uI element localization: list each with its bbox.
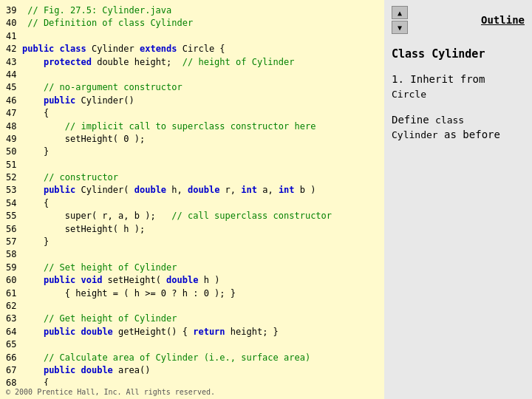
line-number: 45 (6, 81, 22, 94)
code-normal (22, 95, 44, 107)
line-number: 59 (6, 262, 22, 274)
code-comment: // height of Cylinder (183, 56, 295, 69)
code-line: 49 setHeight( 0 ); (6, 133, 378, 146)
code-line: 66 // Calculate area of Cylinder (i.e., … (6, 352, 378, 364)
code-normal: setHeight( (102, 274, 166, 287)
line-number: 48 (6, 120, 22, 133)
code-normal: a, (257, 184, 279, 197)
code-comment: // Definition of class Cylinder (22, 17, 193, 30)
code-normal: } (22, 236, 49, 248)
line-number: 53 (6, 184, 22, 197)
line-number: 56 (6, 223, 22, 236)
outline-item2-suffix: as before (438, 129, 500, 140)
code-line: 64 public double getHeight() { return he… (6, 326, 378, 338)
footer: © 2000 Prentice Hall, Inc. All rights re… (0, 386, 384, 400)
code-normal: Circle { (177, 43, 225, 55)
code-comment: // call superclass constructor (171, 210, 332, 222)
code-normal (22, 56, 44, 69)
code-keyword: public double (44, 326, 113, 338)
outline-item-2: Define class Cylinder as before (392, 113, 525, 142)
outline-arrows[interactable]: ▲ ▼ (392, 6, 408, 34)
code-normal: h, (166, 184, 188, 197)
code-normal: getHeight() { (113, 326, 193, 338)
line-number: 63 (6, 313, 22, 325)
line-number: 40 (6, 17, 22, 30)
code-line: 47 { (6, 107, 378, 120)
code-normal (22, 326, 44, 338)
code-line: 53 public Cylinder( double h, double r, … (6, 184, 378, 197)
line-number: 52 (6, 171, 22, 184)
code-keyword: public double (44, 364, 113, 377)
code-keyword: int (279, 184, 295, 197)
code-line: 46 public Cylinder() (6, 95, 378, 107)
code-keyword: protected (44, 56, 92, 69)
code-keyword: int (241, 184, 257, 197)
code-line: 51 (6, 159, 378, 171)
code-line: 60 public void setHeight( double h ) (6, 274, 378, 287)
code-comment: // no-argument constructor (44, 81, 183, 94)
code-panel: 39 // Fig. 27.5: Cylinder.java40 // Defi… (0, 0, 384, 399)
code-keyword: public class (22, 43, 86, 55)
code-normal: } (22, 146, 49, 158)
code-line: 44 (6, 69, 378, 81)
code-normal: { (22, 197, 49, 210)
code-keyword: public (44, 184, 75, 197)
code-normal (22, 171, 44, 184)
line-number: 50 (6, 146, 22, 158)
code-normal: super( r, a, b ); (22, 210, 171, 222)
line-number: 44 (6, 69, 22, 81)
line-number: 41 (6, 30, 22, 43)
code-normal: setHeight( 0 ); (22, 133, 145, 146)
line-number: 46 (6, 95, 22, 107)
arrow-down-button[interactable]: ▼ (392, 21, 408, 34)
code-normal: height; } (225, 326, 279, 338)
code-normal (22, 120, 65, 133)
code-line: 56 setHeight( h ); (6, 223, 378, 236)
code-line: 57 } (6, 236, 378, 248)
arrow-up-button[interactable]: ▲ (392, 6, 408, 19)
line-number: 57 (6, 236, 22, 248)
line-number: 49 (6, 133, 22, 146)
code-line: 39 // Fig. 27.5: Cylinder.java (6, 4, 378, 17)
line-number: 42 (6, 43, 22, 55)
code-normal: { (22, 107, 49, 120)
outline-header: ▲ ▼ Outline (392, 6, 525, 34)
code-line: 65 (6, 338, 378, 351)
code-normal: area() (113, 364, 151, 377)
code-comment: // constructor (44, 171, 118, 184)
code-line: 58 (6, 248, 378, 261)
code-comment: // implicit call to superclass construct… (65, 120, 316, 133)
line-number: 65 (6, 338, 22, 351)
code-comment: // Fig. 27.5: Cylinder.java (22, 4, 171, 17)
code-line: 55 super( r, a, b ); // call superclass … (6, 210, 378, 222)
code-normal (22, 262, 44, 274)
outline-item2-mono2: Cylinder (392, 129, 438, 140)
line-number: 60 (6, 274, 22, 287)
code-line: 67 public double area() (6, 364, 378, 377)
code-comment: // Set height of Cylinder (44, 262, 177, 274)
line-number: 51 (6, 159, 22, 171)
code-keyword: extends (140, 43, 177, 55)
line-number: 66 (6, 352, 22, 364)
code-line: 63 // Get height of Cylinder (6, 313, 378, 325)
code-line: 62 (6, 300, 378, 313)
code-line: 54 { (6, 197, 378, 210)
outline-item2-mono1: class (435, 115, 464, 126)
code-lines: 39 // Fig. 27.5: Cylinder.java40 // Defi… (6, 4, 378, 399)
code-keyword: public void (44, 274, 102, 287)
code-normal (22, 313, 44, 325)
outline-title: Outline (481, 14, 525, 26)
code-line: 50 } (6, 146, 378, 158)
line-number: 61 (6, 287, 22, 300)
line-number: 39 (6, 4, 22, 17)
code-normal: double height; (92, 56, 183, 69)
code-line: 42public class Cylinder extends Circle { (6, 43, 378, 55)
code-normal: Cylinder() (75, 95, 134, 107)
code-normal: b ) (295, 184, 316, 197)
code-normal: h ) (198, 274, 219, 287)
code-comment: // Calculate area of Cylinder (i.e., sur… (44, 352, 310, 364)
line-number: 54 (6, 197, 22, 210)
outline-item1-mono: Circle (392, 89, 426, 100)
code-comment: // Get height of Cylinder (44, 313, 177, 325)
code-keyword: double (166, 274, 198, 287)
